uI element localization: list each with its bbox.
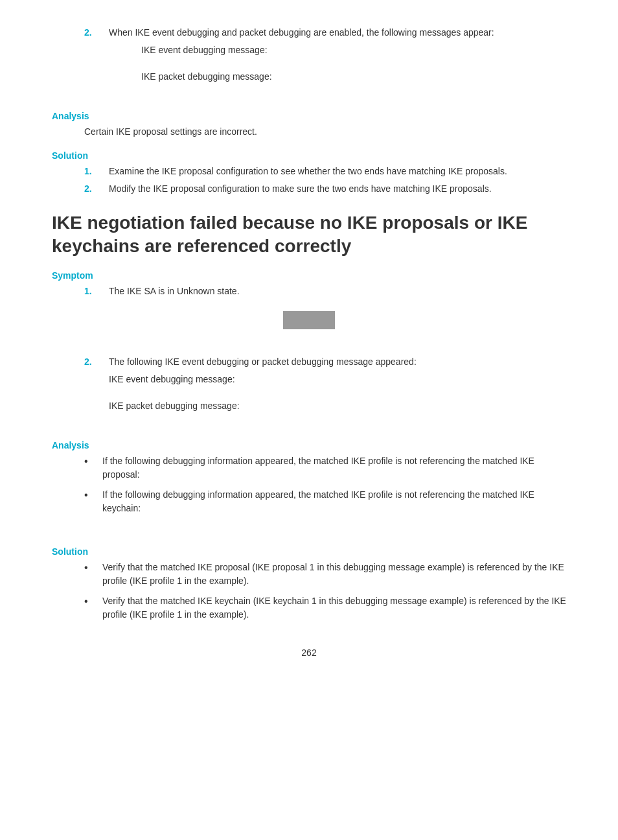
symptom-text2: The following IKE event debugging or pac… — [109, 355, 417, 369]
analysis2-item1: • If the following debugging information… — [84, 454, 566, 482]
solution1-label: Solution — [52, 150, 566, 161]
symptom-sub2: IKE packet debugging message: — [109, 399, 566, 413]
page-number: 262 — [52, 648, 566, 658]
solution2-bullet2: • — [84, 594, 97, 609]
top-item2-sub2: IKE packet debugging message: — [141, 70, 566, 84]
analysis1-section: Analysis Certain IKE proposal settings a… — [52, 111, 566, 139]
solution2-section: Solution • Verify that the matched IKE p… — [52, 546, 566, 622]
solution1-item2: 2. Modify the IKE proposal configuration… — [84, 182, 566, 196]
solution2-item1: • Verify that the matched IKE proposal (… — [84, 561, 566, 588]
top-item2-num: 2. — [84, 26, 104, 40]
analysis2-list: • If the following debugging information… — [84, 454, 566, 515]
analysis2-text2: If the following debugging information a… — [102, 488, 566, 515]
analysis2-bullet1: • — [84, 454, 97, 469]
solution1-item1: 1. Examine the IKE proposal configuratio… — [84, 165, 566, 178]
symptom-item1: 1. The IKE SA is in Unknown state. — [84, 285, 566, 298]
analysis2-item2: • If the following debugging information… — [84, 488, 566, 515]
symptom-label: Symptom — [52, 270, 566, 281]
top-item2-sub1: IKE event debugging message: — [141, 43, 566, 57]
solution2-label: Solution — [52, 546, 566, 557]
symptom-num2: 2. — [84, 355, 104, 369]
solution2-list: • Verify that the matched IKE proposal (… — [84, 561, 566, 622]
top-item2-block: 2. When IKE event debugging and packet d… — [84, 26, 566, 84]
main-heading: IKE negotiation failed because no IKE pr… — [52, 211, 566, 259]
solution2-text2: Verify that the matched IKE keychain (IK… — [102, 594, 566, 622]
page: 2. When IKE event debugging and packet d… — [0, 0, 618, 840]
solution1-num1: 1. — [84, 165, 104, 178]
solution2-item2: • Verify that the matched IKE keychain (… — [84, 594, 566, 622]
solution1-section: Solution 1. Examine the IKE proposal con… — [52, 150, 566, 196]
solution1-text1: Examine the IKE proposal configuration t… — [109, 165, 507, 178]
solution1-list: 1. Examine the IKE proposal configuratio… — [84, 165, 566, 196]
analysis2-section: Analysis • If the following debugging in… — [52, 440, 566, 515]
analysis2-label: Analysis — [52, 440, 566, 450]
symptom-list2: 2. The following IKE event debugging or … — [84, 355, 566, 369]
analysis2-text1: If the following debugging information a… — [102, 454, 566, 482]
symptom-text1: The IKE SA is in Unknown state. — [109, 285, 240, 298]
symptom-section: Symptom 1. The IKE SA is in Unknown stat… — [52, 270, 566, 413]
symptom-list: 1. The IKE SA is in Unknown state. — [84, 285, 566, 298]
top-item2-text: When IKE event debugging and packet debu… — [109, 26, 494, 40]
analysis1-label: Analysis — [52, 111, 566, 121]
solution1-text2: Modify the IKE proposal configuration to… — [109, 182, 492, 196]
symptom-item2: 2. The following IKE event debugging or … — [84, 355, 566, 369]
top-item2: 2. When IKE event debugging and packet d… — [84, 26, 566, 40]
analysis1-text: Certain IKE proposal settings are incorr… — [84, 125, 566, 139]
analysis2-bullet2: • — [84, 488, 97, 502]
image-placeholder — [283, 311, 335, 329]
symptom-sub1: IKE event debugging message: — [109, 373, 566, 386]
solution1-num2: 2. — [84, 182, 104, 196]
solution2-bullet1: • — [84, 561, 97, 575]
solution2-text1: Verify that the matched IKE proposal (IK… — [102, 561, 566, 588]
symptom-num1: 1. — [84, 285, 104, 298]
